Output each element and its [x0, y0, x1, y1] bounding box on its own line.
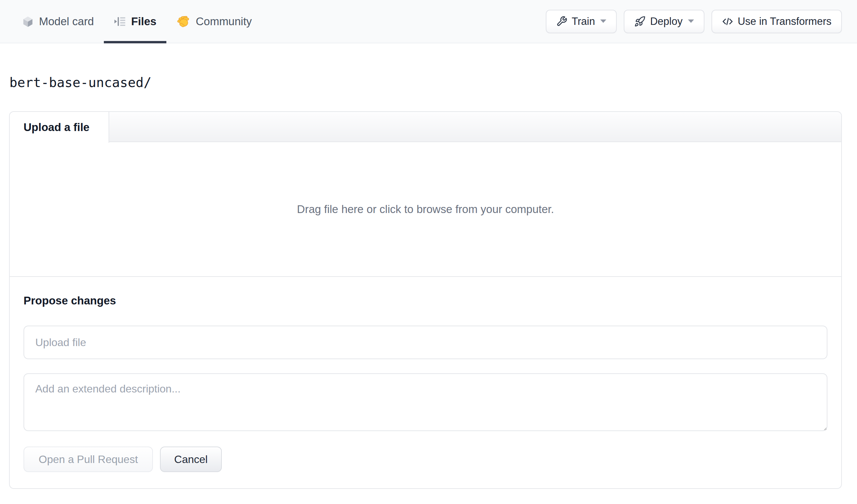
upload-file-input[interactable]: [23, 325, 827, 359]
breadcrumb[interactable]: bert-base-uncased/: [10, 76, 152, 89]
file-versions-icon: [114, 15, 126, 28]
wrench-icon: [556, 16, 567, 27]
deploy-button[interactable]: Deploy: [624, 10, 704, 33]
nav-tab-model-card[interactable]: Model card: [12, 0, 104, 43]
tab-upload-a-file[interactable]: Upload a file: [10, 112, 109, 143]
waving-hand-icon: [177, 14, 190, 29]
nav-tab-files[interactable]: Files: [104, 0, 166, 43]
propose-actions-row: Open a Pull Request Cancel: [23, 447, 827, 472]
cancel-button[interactable]: Cancel: [160, 447, 222, 472]
propose-changes-section: Propose changes Open a Pull Request Canc…: [10, 277, 841, 488]
cube-icon: [22, 15, 34, 28]
dropzone-text: Drag file here or click to browse from y…: [297, 203, 554, 216]
upload-card-tabbar: Upload a file: [10, 112, 841, 142]
train-button-label: Train: [572, 15, 595, 28]
chevron-down-icon: [600, 19, 606, 23]
nav-tab-label: Model card: [39, 15, 94, 28]
nav-tab-label: Community: [196, 15, 252, 28]
nav-tab-community[interactable]: Community: [166, 0, 262, 43]
nav-tab-label: Files: [131, 15, 156, 28]
propose-changes-heading: Propose changes: [23, 294, 827, 307]
use-in-transformers-label: Use in Transformers: [738, 15, 831, 28]
upload-card: Upload a file Drag file here or click to…: [9, 111, 842, 489]
active-tab-underline: [104, 41, 166, 43]
repo-action-buttons: Train Deploy: [546, 0, 842, 43]
deploy-button-label: Deploy: [650, 15, 683, 28]
tab-upload-a-file-label: Upload a file: [23, 121, 89, 134]
train-button[interactable]: Train: [546, 10, 617, 33]
chevron-down-icon: [688, 19, 694, 23]
repo-nav: Model card Files: [0, 0, 857, 43]
code-icon: [722, 16, 733, 27]
open-pull-request-button[interactable]: Open a Pull Request: [23, 447, 153, 472]
file-dropzone[interactable]: Drag file here or click to browse from y…: [10, 142, 841, 277]
use-in-transformers-button[interactable]: Use in Transformers: [711, 10, 842, 33]
extended-description-textarea[interactable]: [23, 373, 827, 431]
rocket-icon: [634, 16, 645, 27]
